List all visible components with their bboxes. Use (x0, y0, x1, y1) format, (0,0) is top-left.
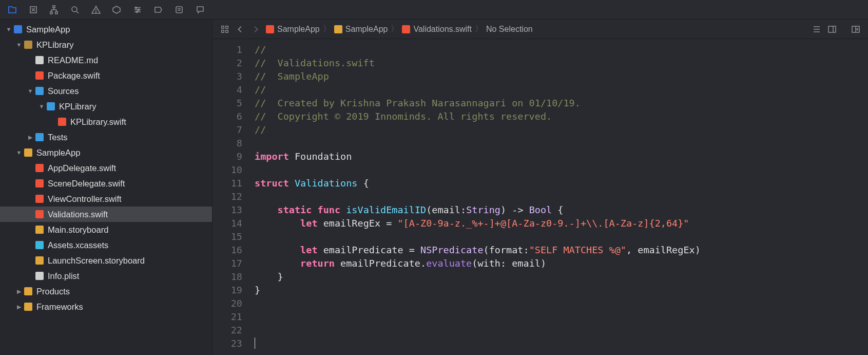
code-line[interactable] (255, 137, 868, 150)
code-line[interactable]: // (255, 83, 868, 97)
code-line[interactable]: let emailPredicate = NSPredicate(format:… (255, 244, 868, 257)
tree-row[interactable]: ▼SampleApp (0, 145, 212, 160)
code-line[interactable]: // Created by Krishna Prakash Narasannag… (255, 97, 868, 110)
nav-forward-icon[interactable] (248, 22, 263, 36)
code-line[interactable]: // Validations.swift (255, 57, 868, 70)
tree-row[interactable]: LaunchScreen.storyboard (0, 253, 212, 268)
line-number: 14 (213, 217, 242, 230)
add-editor-icon[interactable] (848, 22, 863, 36)
swift-file-icon (402, 25, 410, 33)
tree-row[interactable]: ▼KPLibrary (0, 37, 212, 52)
storyboard-file-icon (35, 226, 44, 234)
code-line[interactable] (255, 337, 868, 350)
breakpoints-navigator-icon[interactable] (148, 0, 169, 20)
folder-icon (24, 287, 32, 295)
tree-row[interactable]: SceneDelegate.swift (0, 176, 212, 191)
project-icon (14, 25, 22, 33)
disclosure-triangle-icon[interactable]: ▶ (15, 304, 23, 310)
svg-rect-4 (50, 12, 52, 14)
disclosure-triangle-icon[interactable]: ▼ (15, 42, 23, 48)
svg-point-17 (135, 7, 137, 8)
editor-lines-icon[interactable] (809, 22, 824, 36)
tree-row[interactable]: ViewController.swift (0, 191, 212, 207)
tree-row[interactable]: Validations.swift (0, 207, 212, 222)
code-line[interactable]: return emailPredicate.evaluate(with: ema… (255, 257, 868, 270)
code-line[interactable]: import Foundation (255, 150, 868, 163)
disclosure-triangle-icon[interactable]: ▼ (38, 103, 45, 109)
files-navigator-icon[interactable] (2, 0, 23, 20)
breadcrumb-item[interactable]: Validations.swift (400, 25, 474, 34)
tree-item-label: Assets.xcassets (48, 240, 108, 250)
code-content[interactable]: //// Validations.swift// SampleApp//// C… (249, 39, 868, 355)
code-line[interactable]: static func isValidEmailID(email:String)… (255, 203, 868, 217)
tree-row[interactable]: ▶Frameworks (0, 299, 212, 314)
issues-navigator-icon[interactable] (85, 0, 106, 20)
breadcrumb-label: SampleApp (345, 25, 388, 34)
breadcrumb-item[interactable]: No Selection (484, 25, 535, 34)
related-items-icon[interactable] (218, 22, 232, 36)
tree-item-label: Sources (48, 86, 79, 96)
nav-back-icon[interactable] (233, 22, 247, 36)
storyboard-file-icon (35, 256, 44, 265)
chat-navigator-icon[interactable] (189, 0, 210, 20)
project-navigator[interactable]: ▼SampleApp▼KPLibraryREADME.mdPackage.swi… (0, 20, 213, 355)
hierarchy-navigator-icon[interactable] (44, 0, 65, 20)
symbols-navigator-icon[interactable] (23, 0, 44, 20)
code-line[interactable] (255, 230, 868, 244)
reports-navigator-icon[interactable] (169, 0, 190, 20)
tree-row[interactable]: ▼KPLibrary (0, 99, 212, 114)
disclosure-triangle-icon[interactable]: ▼ (5, 26, 12, 32)
disclosure-triangle-icon[interactable]: ▶ (27, 134, 34, 141)
assets-file-icon (35, 241, 44, 249)
tree-row[interactable]: ▼Sources (0, 83, 212, 99)
code-line[interactable]: // Copyright © 2019 Innominds. All right… (255, 110, 868, 123)
tree-row[interactable]: Package.swift (0, 68, 212, 83)
tree-row[interactable]: README.md (0, 52, 212, 68)
line-number: 16 (213, 244, 242, 257)
tree-row[interactable]: KPLibrary.swift (0, 114, 212, 129)
code-line[interactable] (255, 297, 868, 310)
tests-navigator-icon[interactable] (106, 0, 127, 20)
code-line[interactable]: let emailRegEx = "[A-Z0-9a-z._%+-]+@[A-Z… (255, 217, 868, 230)
line-number: 5 (213, 97, 242, 110)
code-line[interactable]: // (255, 123, 868, 137)
folder-icon (47, 102, 55, 110)
tree-row[interactable]: ▼SampleApp (0, 22, 212, 37)
code-line[interactable] (255, 310, 868, 324)
code-line[interactable] (255, 190, 868, 203)
adjust-editor-icon[interactable] (825, 22, 839, 36)
code-line[interactable]: } (255, 284, 868, 297)
swift-file-icon (58, 118, 66, 126)
tree-item-label: Products (36, 287, 70, 296)
code-line[interactable]: } (255, 270, 868, 284)
tree-row[interactable]: ▶Products (0, 284, 212, 299)
disclosure-triangle-icon[interactable]: ▼ (27, 88, 34, 94)
code-line[interactable]: // (255, 43, 868, 57)
disclosure-triangle-icon[interactable]: ▼ (15, 150, 23, 156)
code-line[interactable]: // SampleApp (255, 70, 868, 83)
code-line[interactable]: struct Validations { (255, 177, 868, 190)
editor-area: SampleApp〉SampleApp〉Validations.swift〉No… (213, 20, 868, 355)
code-line[interactable] (255, 324, 868, 337)
breadcrumb-item[interactable]: SampleApp (332, 25, 390, 34)
line-number: 4 (213, 83, 242, 97)
debug-navigator-icon[interactable] (127, 0, 148, 20)
breadcrumb-item[interactable]: SampleApp (264, 25, 322, 34)
tree-row[interactable]: Main.storyboard (0, 222, 212, 237)
tree-item-label: Validations.swift (48, 210, 108, 219)
svg-rect-20 (176, 7, 182, 13)
tree-row[interactable]: Assets.xcassets (0, 237, 212, 253)
disclosure-triangle-icon[interactable]: ▶ (15, 288, 23, 295)
line-number: 9 (213, 150, 242, 163)
navigator-toolbar (0, 0, 213, 20)
tree-row[interactable]: AppDelegate.swift (0, 160, 212, 176)
tree-row[interactable]: ▶Tests (0, 129, 212, 145)
tree-item-label: README.md (48, 55, 98, 65)
tree-row[interactable]: Info.plist (0, 268, 212, 284)
code-line[interactable] (255, 163, 868, 177)
svg-point-19 (136, 11, 138, 12)
source-editor[interactable]: 1234567891011121314151617181920212223 //… (213, 39, 868, 355)
search-navigator-icon[interactable] (65, 0, 86, 20)
swift-file-icon (35, 210, 44, 218)
tree-item-label: KPLibrary (36, 40, 73, 50)
